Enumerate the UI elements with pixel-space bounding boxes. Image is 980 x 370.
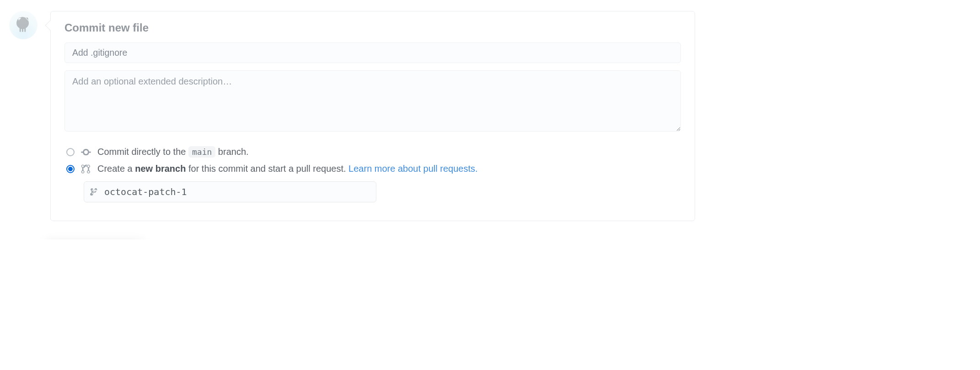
option-commit-direct[interactable]: Commit directly to the main branch. xyxy=(64,145,681,162)
card-title: Commit new file xyxy=(64,21,681,34)
commit-card: Commit new file Commit directly to the m… xyxy=(50,11,695,221)
learn-more-link[interactable]: Learn more about pull requests. xyxy=(348,164,477,174)
branch-name-input[interactable] xyxy=(84,181,376,202)
main-branch-pill: main xyxy=(188,146,215,158)
option-newbranch-text: Create a new branch for this commit and … xyxy=(97,164,478,174)
commit-description-input[interactable] xyxy=(64,70,681,132)
commit-options: Commit directly to the main branch. Crea… xyxy=(64,145,681,202)
octocat-icon xyxy=(12,14,34,36)
commit-summary-input[interactable] xyxy=(64,42,681,63)
git-pull-request-icon xyxy=(81,164,91,174)
radio-new-branch[interactable] xyxy=(66,165,75,173)
option-new-branch[interactable]: Create a new branch for this commit and … xyxy=(64,162,681,179)
radio-commit-direct[interactable] xyxy=(66,148,75,156)
git-branch-icon xyxy=(90,188,98,196)
git-commit-icon xyxy=(81,147,91,157)
option-direct-text: Commit directly to the main branch. xyxy=(97,147,249,157)
avatar xyxy=(9,11,37,39)
